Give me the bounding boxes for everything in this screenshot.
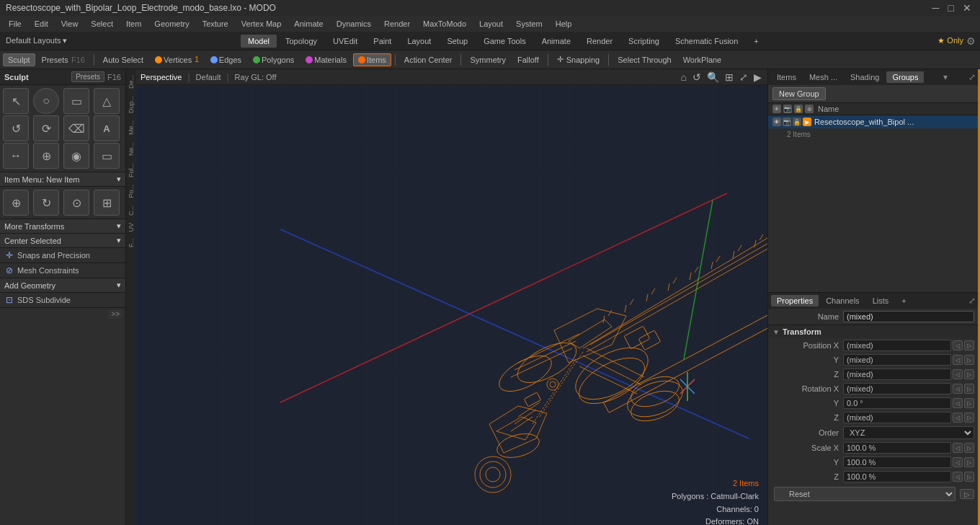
tab-add[interactable]: + — [747, 35, 765, 48]
position-x-value[interactable]: (mixed) — [843, 340, 951, 351]
pos-y-right-btn[interactable]: ▷ — [964, 355, 974, 365]
col-lock-icon[interactable]: 🔒 — [794, 105, 803, 113]
default-layouts-dropdown[interactable]: Default Layouts ▾ — [6, 36, 68, 45]
new-group-button[interactable]: New Group — [772, 87, 826, 100]
name-input[interactable] — [843, 311, 974, 322]
tool-smooth[interactable]: ◉ — [63, 143, 89, 169]
more-transforms-dropdown[interactable]: More Transforms ▾ — [0, 219, 125, 234]
minimize-button[interactable]: ─ — [930, 2, 943, 14]
close-button[interactable]: ✕ — [960, 2, 974, 14]
rp-tab-shading[interactable]: Shading — [845, 71, 885, 83]
vert-tab-po[interactable]: Po... — [127, 182, 135, 201]
scale-y-value[interactable]: 100.0 % — [843, 456, 951, 468]
item-render-icon[interactable]: 📷 — [783, 118, 791, 126]
col-render-icon[interactable]: 📷 — [783, 105, 792, 113]
viewport-canvas[interactable]: 2 Items Polygons : Catmull-Clark Channel… — [136, 85, 767, 525]
rp-tab-fullscreen[interactable]: ⤢ — [967, 71, 977, 84]
tool-eraser[interactable]: ⌫ — [63, 115, 89, 141]
vp-raygl[interactable]: Ray GL: Off — [235, 73, 277, 81]
menu-geometry[interactable]: Geometry — [148, 18, 195, 30]
menu-help[interactable]: Help — [550, 18, 578, 30]
order-select[interactable]: XYZ XZY YXZ YZX ZXY ZYX — [843, 426, 974, 439]
items-button[interactable]: Items — [353, 53, 391, 66]
select-through-button[interactable]: Select Through — [612, 53, 676, 66]
tool-move[interactable]: ↖ — [3, 88, 29, 114]
menu-vertexmap[interactable]: Vertex Map — [236, 18, 288, 30]
tab-model[interactable]: Model — [241, 35, 277, 48]
tool-flatten[interactable]: ▭ — [94, 143, 120, 169]
vp-perspective[interactable]: Perspective — [141, 73, 182, 81]
item-lock-icon[interactable]: 🔒 — [793, 118, 801, 126]
mesh-constraints-row[interactable]: ⊘ Mesh Constraints — [0, 263, 125, 278]
vp-shading[interactable]: Default — [196, 73, 221, 81]
vert-tab-fol[interactable]: Fol... — [127, 160, 135, 180]
tab-game-tools[interactable]: Game Tools — [476, 35, 533, 48]
rp-group-item[interactable]: 👁 📷 🔒 ▶ Resectoscope_with_Bipol ... — [768, 115, 980, 128]
workplane-button[interactable]: WorkPlane — [678, 53, 727, 66]
tool-transform-2[interactable]: ↻ — [33, 190, 59, 216]
pos-x-left-btn[interactable]: ◁ — [953, 340, 963, 350]
tool-transform-4[interactable]: ⊞ — [94, 190, 120, 216]
rp-tab-items[interactable]: Items — [771, 71, 802, 83]
vp-tool-fit[interactable]: ⊞ — [723, 71, 735, 83]
rot-y-right-btn[interactable]: ▷ — [964, 398, 974, 408]
scale-z-right-btn[interactable]: ▷ — [964, 472, 974, 482]
pos-z-left-btn[interactable]: ◁ — [953, 369, 963, 379]
menu-render[interactable]: Render — [378, 18, 416, 30]
pos-z-right-btn[interactable]: ▷ — [964, 369, 974, 379]
vert-tab-f[interactable]: F... — [127, 236, 135, 250]
sculpt-button[interactable]: Sculpt — [3, 53, 35, 66]
menu-layout[interactable]: Layout — [473, 18, 509, 30]
tool-sphere[interactable]: ○ — [33, 88, 59, 114]
reset-select[interactable]: Reset — [774, 487, 956, 501]
menu-texture[interactable]: Texture — [197, 18, 234, 30]
transform-section[interactable]: ▼ Transform — [768, 325, 980, 338]
rot-x-left-btn[interactable]: ◁ — [953, 384, 963, 394]
vert-tab-dup[interactable]: Dup... — [127, 93, 135, 116]
menu-view[interactable]: View — [55, 18, 84, 30]
polygons-button[interactable]: Polygons — [248, 53, 299, 66]
menu-item[interactable]: Item — [120, 18, 147, 30]
rot-z-left-btn[interactable]: ◁ — [953, 412, 963, 423]
rp-prop-tab-channels[interactable]: Channels — [820, 295, 865, 306]
rp-prop-expand[interactable]: ⤢ — [967, 294, 977, 307]
tab-topology[interactable]: Topology — [278, 35, 324, 48]
tab-render[interactable]: Render — [579, 35, 620, 48]
edges-button[interactable]: Edges — [205, 53, 246, 66]
tool-curl[interactable]: ⟳ — [33, 115, 59, 141]
item-eye-icon[interactable]: 👁 — [772, 118, 781, 126]
rp-prop-tab-lists[interactable]: Lists — [867, 295, 895, 306]
auto-select-button[interactable]: Auto Select — [98, 53, 148, 66]
scale-z-left-btn[interactable]: ◁ — [953, 472, 963, 482]
rotation-y-value[interactable]: 0.0 ° — [843, 397, 951, 409]
snapping-button[interactable]: ✛ Snapping — [552, 53, 605, 66]
tab-animate[interactable]: Animate — [535, 35, 578, 48]
scale-x-left-btn[interactable]: ◁ — [953, 443, 963, 453]
vert-tab-me[interactable]: Me... — [127, 118, 135, 138]
col-eye-icon[interactable]: 👁 — [772, 105, 781, 113]
maximize-button[interactable]: □ — [945, 2, 957, 14]
rp-tab-mesh[interactable]: Mesh ... — [803, 71, 843, 83]
position-y-value[interactable]: (mixed) — [843, 354, 951, 366]
tool-transform-1[interactable]: ⊕ — [3, 190, 29, 216]
presets-mini-btn[interactable]: Presets — [71, 71, 104, 82]
scale-x-right-btn[interactable]: ▷ — [964, 443, 974, 453]
menu-select[interactable]: Select — [85, 18, 119, 30]
settings-button[interactable]: ⚙ — [966, 35, 976, 47]
scale-y-left-btn[interactable]: ◁ — [953, 457, 963, 467]
position-z-value[interactable]: (mixed) — [843, 369, 951, 380]
rp-tab-groups[interactable]: Groups — [886, 71, 924, 83]
falloff-button[interactable]: Falloff — [512, 53, 544, 66]
menu-animate[interactable]: Animate — [288, 18, 329, 30]
vp-tool-rotate[interactable]: ↺ — [691, 71, 703, 83]
sidebar-expand-btn[interactable]: >> — [108, 309, 122, 319]
tool-text[interactable]: A — [94, 115, 120, 141]
rp-tab-expand[interactable]: ▾ — [942, 71, 949, 84]
tab-setup[interactable]: Setup — [440, 35, 475, 48]
menu-dynamics[interactable]: Dynamics — [331, 18, 377, 30]
tab-layout[interactable]: Layout — [400, 35, 438, 48]
scale-x-value[interactable]: 100.0 % — [843, 442, 951, 454]
tool-cylinder[interactable]: ▭ — [63, 88, 89, 114]
add-geometry-dropdown[interactable]: Add Geometry ▾ — [0, 278, 125, 293]
tool-cone[interactable]: △ — [94, 88, 120, 114]
